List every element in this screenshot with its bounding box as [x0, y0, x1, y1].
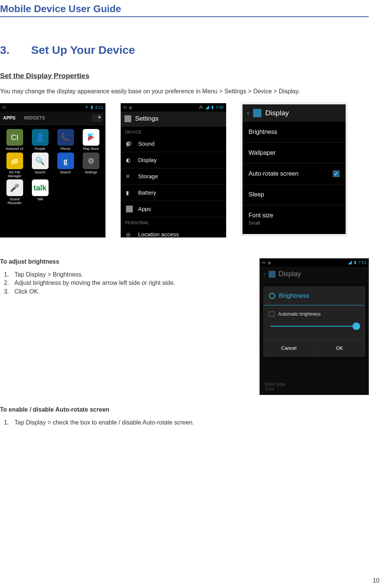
sound-icon: [126, 140, 133, 147]
app-settings[interactable]: ⚙Settings: [79, 153, 103, 178]
row-battery[interactable]: Battery: [121, 185, 226, 201]
section-label-personal: PERSONAL: [121, 217, 226, 226]
adjust-brightness-steps: Tap Display > Brightness. Adjust brightn…: [0, 270, 252, 296]
step: Tap Display > check the box to enable / …: [11, 418, 369, 427]
status-bar: ▭ψ ▮7:51: [260, 258, 369, 267]
signal-icon: [205, 105, 209, 109]
app-sd-file-manager[interactable]: 📁SD File Manager: [2, 153, 27, 178]
clock: 3:11: [95, 105, 103, 110]
step: Adjust brightness by moving the arrow le…: [11, 279, 252, 287]
step: Click OK.: [11, 288, 252, 296]
app-people[interactable]: 👤People: [28, 129, 52, 151]
dialog-title: Brightness: [264, 287, 365, 305]
brightness-dialog: Brightness Automatic brightness Cancel O…: [263, 286, 365, 357]
cancel-button[interactable]: Cancel: [264, 340, 315, 356]
screenshot-settings: ▭ψ ⁂▮7:42 Settings DEVICE Sound Display …: [121, 103, 226, 237]
display-header: ‹ Display: [242, 104, 346, 122]
settings-header: Settings: [121, 112, 226, 127]
clock: 7:42: [216, 105, 224, 110]
apps-tabbar: APPS WIDGETS: [0, 112, 105, 125]
play-store-icon[interactable]: [92, 114, 102, 122]
row-location-access[interactable]: Location access: [121, 226, 226, 237]
tab-apps[interactable]: APPS: [3, 115, 16, 121]
doc-header: Mobile Device User Guide: [0, 3, 369, 17]
subsection-display-properties: Set the Display Properties: [0, 72, 369, 80]
app-sound-recorder[interactable]: 🎤Sound Recorder: [2, 179, 27, 205]
heading-adjust-brightness: To adjust brightness: [0, 258, 252, 265]
auto-brightness-row[interactable]: Automatic brightness: [269, 311, 359, 317]
wifi-icon: ✈: [85, 105, 88, 110]
intro-text: You may change the display appearance ea…: [0, 88, 369, 96]
app-search-1[interactable]: 🔍Search: [28, 153, 52, 178]
row-auto-rotate[interactable]: Auto-rotate screen ✓: [242, 164, 346, 184]
status-bar: ▭ ✈▮3:11: [0, 103, 105, 112]
storage-icon: [126, 173, 133, 180]
screenshot-display: ‹ Display Brightness Wallpaper Auto-rota…: [241, 103, 347, 235]
row-wallpaper[interactable]: Wallpaper: [242, 143, 346, 164]
page-number: 10: [373, 577, 379, 584]
section-title: 3.Set Up Your Device: [0, 44, 369, 57]
screenshot-apps: ▭ ✈▮3:11 APPS WIDGETS CINotepad v3 👤Peop…: [0, 103, 105, 237]
step: Tap Display > Brightness.: [11, 270, 252, 279]
faint-font-size: Font size Small: [265, 381, 285, 391]
display-header-icon: [253, 109, 261, 117]
heading-auto-rotate: To enable / disable Auto-rotate screen: [0, 406, 369, 413]
row-apps[interactable]: Apps: [121, 201, 226, 217]
app-play-store[interactable]: Play Store: [79, 129, 103, 151]
back-icon[interactable]: ‹: [247, 109, 249, 117]
status-bar: ▭ψ ⁂▮7:42: [121, 103, 226, 112]
location-icon: [126, 231, 133, 237]
app-notepad[interactable]: CINotepad v3: [2, 129, 27, 151]
section-label-device: DEVICE: [121, 127, 226, 136]
row-storage[interactable]: Storage: [121, 168, 226, 185]
app-talk[interactable]: talkTalk: [28, 179, 52, 205]
apps-icon: [126, 206, 133, 212]
slider-thumb[interactable]: [353, 322, 360, 330]
signal-icon: [348, 261, 352, 264]
tab-widgets[interactable]: WIDGETS: [24, 115, 45, 121]
app-phone[interactable]: 📞Phone: [53, 129, 78, 151]
ok-button[interactable]: OK: [315, 340, 365, 356]
brightness-icon: [269, 293, 275, 299]
display-icon: [126, 157, 133, 164]
section-number: 3.: [0, 44, 31, 57]
auto-rotate-checkbox[interactable]: ✓: [333, 170, 340, 177]
screenshots-row: ▭ ✈▮3:11 APPS WIDGETS CINotepad v3 👤Peop…: [0, 103, 369, 237]
row-sleep[interactable]: Sleep: [242, 184, 346, 205]
brightness-slider[interactable]: [271, 326, 358, 327]
row-display[interactable]: Display: [121, 152, 226, 168]
row-font-size[interactable]: Font size Small: [242, 205, 346, 233]
auto-rotate-steps: Tap Display > check the box to enable / …: [0, 418, 369, 427]
section-name: Set Up Your Device: [31, 44, 135, 56]
settings-icon: [124, 115, 131, 122]
display-header-bg: ‹Display: [260, 267, 369, 282]
clock: 7:51: [359, 260, 367, 265]
screenshot-brightness-dialog: ▭ψ ▮7:51 ‹Display Brightness Automatic b…: [260, 258, 369, 395]
row-brightness[interactable]: Brightness: [242, 122, 346, 143]
app-search-google[interactable]: gSearch: [53, 153, 78, 178]
auto-brightness-checkbox[interactable]: [269, 311, 274, 317]
row-sound[interactable]: Sound: [121, 136, 226, 152]
battery-icon: [126, 189, 133, 196]
